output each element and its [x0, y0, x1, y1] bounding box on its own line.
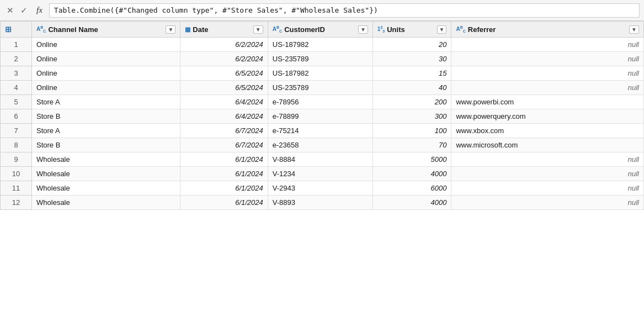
channel-name-cell: Store B: [32, 109, 180, 124]
table-row: 9Wholesale6/1/2024V-88845000null: [1, 152, 644, 167]
date-cell: 6/1/2024: [180, 181, 268, 196]
formula-bar: ✕ ✓ fx: [0, 0, 644, 21]
units-cell: 40: [372, 81, 451, 95]
date-cell: 6/1/2024: [180, 196, 268, 210]
table-row: 1Online6/2/2024US-18798220null: [1, 38, 644, 52]
data-table: ⊞ ABC Channel Name ▼ ▦ Date ▼: [0, 21, 644, 210]
units-cell: 20: [372, 38, 451, 52]
table-container: ⊞ ABC Channel Name ▼ ▦ Date ▼: [0, 21, 644, 327]
channel-name-cell: Wholesale: [32, 196, 180, 210]
units-cell: 300: [372, 109, 451, 124]
date-cell: 6/4/2024: [180, 109, 268, 124]
channel-name-cell: Online: [32, 81, 180, 95]
customer-id-cell: e-78956: [268, 95, 372, 109]
units-cell: 70: [372, 138, 451, 152]
referrer-type-icon: ABC: [456, 25, 465, 33]
channel-name-cell: Store A: [32, 124, 180, 138]
units-header: 123 Units ▼: [372, 22, 451, 38]
units-cell: 100: [372, 124, 451, 138]
units-cell: 30: [372, 52, 451, 66]
units-cell: 5000: [372, 152, 451, 167]
row-number-cell: 11: [1, 181, 32, 196]
referrer-cell: www.powerbi.com: [451, 95, 644, 109]
date-cell: 6/2/2024: [180, 52, 268, 66]
referrer-cell: null: [451, 152, 644, 167]
row-number-cell: 1: [1, 38, 32, 52]
row-number-cell: 8: [1, 138, 32, 152]
date-cell: 6/5/2024: [180, 81, 268, 95]
referrer-cell: null: [451, 196, 644, 210]
channel-name-header: ABC Channel Name ▼: [32, 22, 180, 38]
channel-name-cell: Wholesale: [32, 181, 180, 196]
customer-id-cell: e-78899: [268, 109, 372, 124]
date-cell: 6/2/2024: [180, 38, 268, 52]
date-cell: 6/4/2024: [180, 95, 268, 109]
customer-id-cell: V-8893: [268, 196, 372, 210]
row-number-cell: 6: [1, 109, 32, 124]
table-header-row: ⊞ ABC Channel Name ▼ ▦ Date ▼: [1, 22, 644, 38]
referrer-cell: www.microsoft.com: [451, 138, 644, 152]
formula-bar-icons: ✕ ✓: [4, 4, 30, 17]
date-dropdown[interactable]: ▼: [253, 25, 263, 34]
referrer-dropdown[interactable]: ▼: [629, 25, 639, 34]
customer-id-cell: US-187982: [268, 66, 372, 81]
channel-name-cell: Online: [32, 38, 180, 52]
date-type-icon: ▦: [185, 26, 190, 33]
channel-name-label: Channel Name: [48, 25, 163, 34]
referrer-cell: null: [451, 81, 644, 95]
table-row: 4Online6/5/2024US-23578940null: [1, 81, 644, 95]
channel-name-dropdown[interactable]: ▼: [166, 25, 175, 34]
referrer-header: ABC Referrer ▼: [451, 22, 644, 38]
customer-id-cell: e-75214: [268, 124, 372, 138]
customer-id-cell: US-187982: [268, 38, 372, 52]
table-row: 8Store B6/7/2024e-2365870www.microsoft.c…: [1, 138, 644, 152]
channel-name-cell: Online: [32, 52, 180, 66]
referrer-cell: null: [451, 66, 644, 81]
referrer-cell: null: [451, 38, 644, 52]
row-number-cell: 10: [1, 167, 32, 181]
customer-id-cell: V-1234: [268, 167, 372, 181]
table-row: 11Wholesale6/1/2024V-29436000null: [1, 181, 644, 196]
cancel-icon[interactable]: ✕: [4, 4, 16, 17]
units-label: Units: [387, 25, 434, 34]
row-num-header: ⊞: [1, 22, 32, 38]
fx-label: fx: [33, 6, 46, 15]
customer-id-header: ABC CustomerID ▼: [268, 22, 372, 38]
date-label: Date: [193, 25, 251, 34]
date-cell: 6/7/2024: [180, 138, 268, 152]
customer-id-cell: V-2943: [268, 181, 372, 196]
channel-type-icon: ABC: [36, 25, 46, 33]
table-body: 1Online6/2/2024US-18798220null2Online6/2…: [1, 38, 644, 210]
units-cell: 4000: [372, 167, 451, 181]
units-cell: 200: [372, 95, 451, 109]
formula-input[interactable]: [49, 3, 640, 18]
confirm-icon[interactable]: ✓: [18, 4, 30, 17]
customer-id-cell: V-8884: [268, 152, 372, 167]
customer-id-label: CustomerID: [284, 25, 356, 34]
customer-id-dropdown[interactable]: ▼: [358, 25, 368, 34]
referrer-cell: null: [451, 52, 644, 66]
units-type-icon: 123: [377, 25, 385, 33]
row-number-cell: 9: [1, 152, 32, 167]
date-cell: 6/5/2024: [180, 66, 268, 81]
date-cell: 6/1/2024: [180, 152, 268, 167]
customer-id-cell: US-235789: [268, 81, 372, 95]
channel-name-cell: Wholesale: [32, 167, 180, 181]
channel-name-cell: Store A: [32, 95, 180, 109]
units-cell: 15: [372, 66, 451, 81]
table-row: 5Store A6/4/2024e-78956200www.powerbi.co…: [1, 95, 644, 109]
row-number-cell: 12: [1, 196, 32, 210]
units-dropdown[interactable]: ▼: [437, 25, 447, 34]
channel-name-cell: Online: [32, 66, 180, 81]
date-cell: 6/7/2024: [180, 124, 268, 138]
channel-name-cell: Store B: [32, 138, 180, 152]
units-cell: 6000: [372, 181, 451, 196]
channel-name-cell: Wholesale: [32, 152, 180, 167]
table-row: 2Online6/2/2024US-23578930null: [1, 52, 644, 66]
customer-id-cell: US-235789: [268, 52, 372, 66]
table-row: 10Wholesale6/1/2024V-12344000null: [1, 167, 644, 181]
row-number-cell: 4: [1, 81, 32, 95]
date-header: ▦ Date ▼: [180, 22, 268, 38]
date-cell: 6/1/2024: [180, 167, 268, 181]
row-number-cell: 7: [1, 124, 32, 138]
